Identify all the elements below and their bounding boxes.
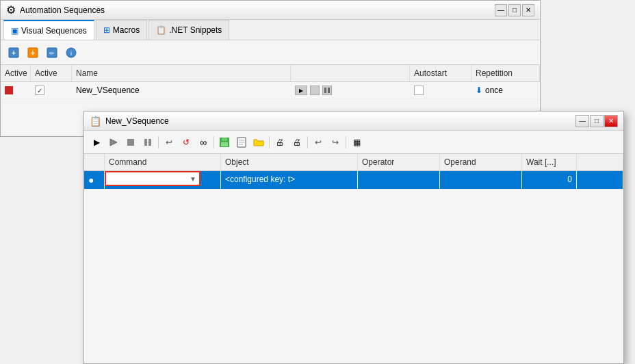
macros-icon: ⊞ bbox=[103, 25, 110, 35]
outer-window-icon: ⚙ bbox=[6, 3, 16, 16]
svg-text:+: + bbox=[12, 49, 16, 57]
outer-minimize-button[interactable]: — bbox=[495, 4, 507, 16]
inner-pause-button[interactable] bbox=[140, 134, 156, 151]
inner-row-marker: ● bbox=[84, 171, 105, 189]
inner-th-operand: Operand bbox=[440, 154, 522, 170]
inner-play-button[interactable]: ▶ bbox=[88, 134, 105, 151]
inner-minimize-button[interactable]: — bbox=[575, 115, 589, 127]
svg-text:+: + bbox=[31, 49, 35, 57]
inner-redo-red-button[interactable]: ↺ bbox=[178, 134, 194, 151]
autostart-checkbox[interactable] bbox=[414, 86, 424, 95]
stop-button[interactable] bbox=[310, 86, 320, 95]
active-checkbox[interactable] bbox=[35, 86, 44, 95]
outer-table-row: New_VSequence ▶ ⬇ once bbox=[1, 82, 540, 99]
dotnet-icon: 📋 bbox=[156, 25, 166, 35]
outer-close-button[interactable]: ✕ bbox=[522, 4, 534, 16]
outer-toolbar: + + ✏ i bbox=[1, 40, 540, 65]
outer-win-controls: — □ ✕ bbox=[495, 4, 534, 16]
outer-td-name: New_VSequence bbox=[72, 82, 291, 99]
inner-table-row[interactable]: ● Wait For Key ▼ Allowed Commands ↺ Wait… bbox=[84, 171, 623, 190]
inner-row-wait: 0 bbox=[522, 171, 577, 189]
svg-text:✏: ✏ bbox=[49, 50, 55, 57]
sep4 bbox=[307, 136, 308, 148]
outer-titlebar: ⚙ Automation Sequences — □ ✕ bbox=[1, 1, 540, 20]
inner-maximize-button[interactable]: □ bbox=[590, 115, 604, 127]
outer-td-repetition: ⬇ once bbox=[471, 82, 540, 99]
inner-loop-button[interactable]: ∞ bbox=[195, 134, 211, 151]
inner-page-button[interactable] bbox=[233, 134, 250, 151]
outer-td-controls: ▶ bbox=[291, 82, 410, 99]
sep1 bbox=[158, 136, 159, 148]
sep3 bbox=[269, 136, 270, 148]
outer-titlebar-left: ⚙ Automation Sequences bbox=[6, 3, 105, 16]
outer-th-autostart: Autostart bbox=[410, 65, 471, 81]
outer-table-header: Active Active Name Autostart Repetition bbox=[1, 65, 540, 82]
inner-win-controls: — □ ✕ bbox=[575, 115, 618, 127]
tab-dotnet-label: .NET Snippets bbox=[169, 25, 222, 35]
new-sequence-button[interactable]: + bbox=[5, 44, 23, 62]
outer-window-title: Automation Sequences bbox=[20, 5, 105, 15]
svg-rect-11 bbox=[148, 139, 151, 146]
inner-folder-button[interactable] bbox=[250, 134, 267, 151]
inner-close-button[interactable]: ✕ bbox=[604, 115, 618, 127]
inner-print2-button[interactable]: 🖨 bbox=[289, 134, 305, 151]
inner-th-marker bbox=[84, 154, 105, 170]
inner-window: 📋 New_VSequence — □ ✕ ▶ ↩ ↺ ∞ bbox=[83, 111, 624, 364]
outer-td-icon bbox=[1, 82, 31, 99]
outer-th-empty bbox=[291, 65, 410, 81]
inner-row-operator bbox=[358, 171, 440, 189]
svg-text:i: i bbox=[70, 50, 72, 57]
inner-titlebar-left: 📋 New_VSequence bbox=[90, 116, 169, 127]
inner-panel-button[interactable]: ▦ bbox=[348, 134, 365, 151]
sep2 bbox=[213, 136, 214, 148]
inner-stop-button[interactable] bbox=[122, 134, 139, 151]
red-indicator bbox=[5, 86, 13, 94]
edit-button[interactable]: ✏ bbox=[43, 44, 61, 62]
inner-undo2-button[interactable]: ↩ bbox=[310, 134, 326, 151]
tab-macros-label: Macros bbox=[113, 25, 140, 35]
svg-marker-8 bbox=[110, 139, 117, 146]
tab-visual-sequences-label: Visual Sequences bbox=[21, 26, 87, 36]
pause-button[interactable] bbox=[322, 86, 332, 95]
outer-th-active-label: Active bbox=[31, 65, 72, 81]
tab-visual-sequences[interactable]: ▣ Visual Sequences bbox=[3, 20, 94, 40]
inner-row-object: <configured key: t> bbox=[221, 171, 358, 189]
tab-macros[interactable]: ⊞ Macros bbox=[96, 20, 147, 40]
outer-maximize-button[interactable]: □ bbox=[508, 4, 521, 16]
inner-undo-button[interactable]: ↩ bbox=[161, 134, 177, 151]
inner-table-header: Command Object Operator Operand Wait [..… bbox=[84, 154, 623, 171]
inner-row-operand bbox=[440, 171, 522, 189]
visual-sequences-icon: ▣ bbox=[11, 26, 18, 36]
play-button[interactable]: ▶ bbox=[295, 86, 307, 95]
outer-td-active bbox=[31, 82, 72, 99]
svg-rect-13 bbox=[222, 138, 227, 141]
outer-th-repetition: Repetition bbox=[471, 65, 540, 81]
inner-print1-button[interactable]: 🖨 bbox=[272, 134, 288, 151]
sequence-name: New_VSequence bbox=[76, 86, 140, 95]
inner-th-command: Command bbox=[105, 154, 221, 170]
svg-rect-9 bbox=[127, 139, 134, 146]
icon-btn-4[interactable]: i bbox=[62, 44, 80, 62]
inner-redo2-button[interactable]: ↪ bbox=[327, 134, 344, 151]
outer-th-active: Active bbox=[1, 65, 31, 81]
inner-window-title: New_VSequence bbox=[105, 116, 169, 126]
inner-th-operator: Operator bbox=[358, 154, 440, 170]
svg-rect-14 bbox=[221, 142, 228, 146]
tab-dotnet-snippets[interactable]: 📋 .NET Snippets bbox=[148, 20, 229, 40]
dropdown-arrow-icon: ▼ bbox=[190, 175, 196, 183]
inner-th-wait: Wait [...] bbox=[522, 154, 577, 170]
repetition-value: once bbox=[485, 86, 503, 95]
tabs-bar: ▣ Visual Sequences ⊞ Macros 📋 .NET Snipp… bbox=[1, 20, 540, 40]
svg-rect-10 bbox=[144, 139, 147, 146]
inner-window-icon: 📋 bbox=[90, 116, 101, 127]
sep5 bbox=[346, 136, 346, 148]
add-button[interactable]: + bbox=[24, 44, 42, 62]
inner-th-object: Object bbox=[221, 154, 358, 170]
inner-th-extra bbox=[577, 154, 623, 170]
command-dropdown-input[interactable]: Wait For Key ▼ bbox=[105, 171, 200, 186]
inner-row-command: Wait For Key ▼ Allowed Commands ↺ Wait F… bbox=[105, 171, 221, 189]
inner-titlebar: 📋 New_VSequence — □ ✕ bbox=[84, 112, 623, 131]
inner-row-extra bbox=[577, 171, 623, 189]
inner-save-button[interactable] bbox=[216, 134, 233, 151]
inner-record-button[interactable] bbox=[105, 134, 122, 151]
